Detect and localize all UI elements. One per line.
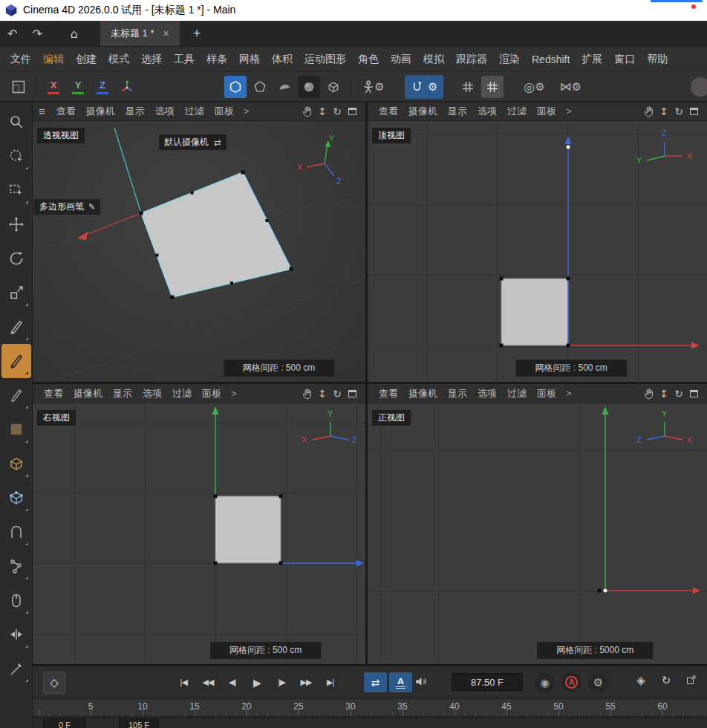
menu-window[interactable]: 窗口	[608, 53, 641, 66]
timeline-ruler[interactable]: 5 10 15 20 25 30 35 40 45 50 55 60	[33, 698, 707, 716]
tool-rect-selection[interactable]	[1, 173, 31, 207]
vp-menu-display[interactable]: 显示	[443, 387, 472, 400]
pan-icon[interactable]	[642, 388, 656, 399]
menu-redshift[interactable]: Redshift	[526, 53, 576, 65]
menu-tracker[interactable]: 跟踪器	[450, 53, 493, 66]
vp-menu-overflow-icon[interactable]: >	[227, 388, 241, 399]
right-canvas[interactable]: Y X Z 右视图 网格间距 : 500 cm	[33, 403, 365, 664]
camera-label[interactable]: 默认摄像机 ⇄	[159, 134, 227, 150]
keying-settings-button[interactable]: ⚙	[588, 672, 608, 692]
cube-mode-button[interactable]	[322, 76, 345, 98]
range-end-field[interactable]: 105 F	[119, 718, 159, 728]
vp-menu-panel[interactable]: 面板	[209, 105, 239, 118]
vp-menu-panel[interactable]: 面板	[532, 105, 561, 118]
autokey-button[interactable]: A	[561, 672, 581, 692]
viewport-menu-icon[interactable]: ≡	[39, 105, 51, 117]
vp-menu-camera[interactable]: 摄像机	[403, 105, 443, 118]
menu-mode[interactable]: 模式	[102, 53, 135, 66]
maximize-viewport-icon[interactable]	[345, 108, 359, 115]
dolly-icon[interactable]: ↕	[315, 388, 330, 400]
tool-cube-wire[interactable]	[1, 446, 31, 481]
menu-render[interactable]: 渲染	[493, 53, 526, 66]
record-keyframe-button[interactable]: ◇	[43, 672, 65, 694]
tool-joint[interactable]	[1, 549, 31, 583]
vp-menu-options[interactable]: 选项	[472, 387, 502, 400]
orbit-icon[interactable]: ↻	[330, 388, 345, 400]
tool-plane[interactable]	[1, 412, 31, 446]
next-key-button[interactable]: ▶▶	[295, 672, 317, 692]
tool-bend-deformer[interactable]	[1, 515, 31, 549]
vp-menu-options[interactable]: 选项	[150, 105, 180, 118]
play-sound-button[interactable]: A	[389, 672, 412, 692]
axis-lock-z-button[interactable]: Z	[91, 76, 114, 98]
tool-cube[interactable]	[1, 481, 31, 515]
next-frame-button[interactable]: |▶	[270, 672, 293, 692]
maximize-viewport-icon[interactable]	[345, 390, 359, 397]
perspective-canvas[interactable]: Y X Z 透视视图 默认摄像机 ⇄ 多边形画笔 ✎ 网格间距 : 500 cm	[33, 121, 365, 382]
prev-key-button[interactable]: ◀◀	[197, 672, 219, 692]
vp-menu-panel[interactable]: 面板	[197, 387, 227, 400]
top-canvas[interactable]: Z Y X 顶视图 网格间距 : 500 cm	[368, 121, 707, 382]
vp-menu-camera[interactable]: 摄像机	[403, 387, 443, 400]
menu-create[interactable]: 创建	[70, 53, 102, 66]
frame-selected-icon[interactable]	[7, 76, 30, 98]
menu-edit[interactable]: 编辑	[37, 53, 70, 66]
vp-menu-options[interactable]: 选项	[472, 105, 502, 118]
tool-rotate[interactable]	[1, 241, 31, 276]
animation-mode-group[interactable]: ⚙	[405, 75, 443, 99]
vp-menu-view[interactable]: 查看	[374, 387, 403, 400]
play-button[interactable]: ▶	[246, 672, 268, 692]
menu-character[interactable]: 角色	[352, 53, 385, 66]
motion-system-icon[interactable]: ↻	[656, 674, 676, 687]
undo-icon[interactable]: ↶	[0, 27, 25, 41]
tab-close-icon[interactable]: ×	[163, 27, 169, 39]
target-tool-button[interactable]: ◎ ⚙	[517, 76, 551, 98]
tool-knife[interactable]	[1, 651, 31, 686]
menu-animate[interactable]: 动画	[385, 53, 417, 66]
loop-playback-button[interactable]: ⇄	[364, 672, 387, 692]
axis-lock-x-button[interactable]: X	[42, 76, 65, 98]
symmetry-tool-button[interactable]: ⋈ ⚙	[553, 76, 587, 98]
keyframe-nav-icon[interactable]: ◈	[631, 674, 651, 687]
edge-mode-button[interactable]	[273, 76, 296, 98]
tool-zoom[interactable]	[1, 105, 31, 139]
pan-icon[interactable]	[300, 388, 315, 399]
tool-polygon-pen[interactable]	[1, 344, 31, 378]
tool-snap-arrows[interactable]	[1, 617, 31, 651]
vp-menu-camera[interactable]: 摄像机	[81, 105, 120, 118]
prev-frame-button[interactable]: ◀|	[221, 672, 244, 692]
vp-menu-filter[interactable]: 过滤	[167, 387, 197, 400]
pan-icon[interactable]	[300, 105, 315, 117]
clipped-toolbar-icon[interactable]	[691, 77, 707, 97]
record-position-button[interactable]: ◉	[535, 672, 555, 692]
pan-icon[interactable]	[642, 105, 656, 117]
dolly-icon[interactable]: ↕	[315, 105, 330, 117]
clipped-timeline-icon[interactable]	[703, 674, 707, 686]
menu-extensions[interactable]: 扩展	[576, 53, 608, 66]
go-to-end-button[interactable]: ▶|	[319, 672, 342, 692]
orbit-icon[interactable]: ↻	[671, 388, 686, 400]
menu-help[interactable]: 帮助	[641, 53, 674, 66]
redo-icon[interactable]: ↷	[25, 27, 49, 41]
vp-menu-overflow-icon[interactable]: >	[561, 388, 576, 399]
sphere-mode-button[interactable]	[298, 76, 320, 98]
orbit-icon[interactable]: ↻	[671, 105, 686, 117]
menu-select[interactable]: 选择	[135, 53, 168, 66]
model-mode-button[interactable]	[224, 76, 247, 98]
go-to-start-button[interactable]: |◀	[172, 672, 195, 692]
vp-menu-display[interactable]: 显示	[108, 387, 137, 400]
tool-sketch-pen[interactable]	[1, 378, 31, 412]
vp-menu-panel[interactable]: 面板	[532, 387, 561, 400]
menu-file[interactable]: 文件	[4, 53, 37, 66]
snap-grid-button[interactable]	[457, 76, 479, 98]
front-canvas[interactable]: Y Z X 正视图 网格间距 : 5000 cm	[368, 403, 707, 664]
menu-volume[interactable]: 体积	[266, 53, 299, 66]
menu-spline[interactable]: 样条	[201, 53, 233, 66]
vp-menu-view[interactable]: 查看	[374, 105, 403, 118]
speaker-icon[interactable]	[414, 675, 427, 691]
vp-menu-overflow-icon[interactable]: >	[561, 105, 576, 117]
dolly-icon[interactable]: ↕	[656, 105, 671, 117]
dolly-icon[interactable]: ↕	[656, 388, 671, 400]
tool-scale[interactable]	[1, 276, 31, 310]
vp-menu-view[interactable]: 查看	[39, 387, 68, 400]
